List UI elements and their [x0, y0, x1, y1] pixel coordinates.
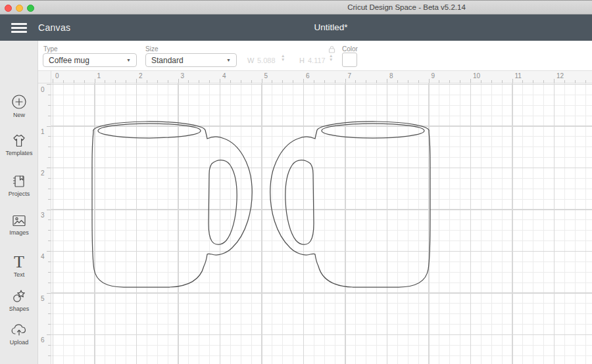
ruler-number: 4 [222, 72, 226, 80]
lock-aspect-ratio-icon[interactable] [328, 45, 336, 53]
letter-t-icon: T [0, 254, 38, 270]
size-dropdown[interactable]: Standard ▼ [145, 53, 237, 67]
color-swatch[interactable] [342, 53, 357, 67]
document-title[interactable]: Untitled* [314, 22, 347, 32]
ruler-number: 5 [264, 72, 268, 80]
height-label: H [299, 57, 305, 64]
star-shape-icon [11, 288, 28, 304]
zoom-window-button[interactable] [27, 5, 34, 12]
ruler-number: 9 [432, 72, 435, 80]
ruler-number: 3 [181, 72, 185, 80]
ruler-number: 8 [389, 72, 393, 80]
ruler-number: 1 [41, 128, 45, 135]
ruler-number: 6 [306, 72, 310, 80]
sidebar-item-templates[interactable]: Templates [0, 133, 38, 156]
app-header: Canvas Untitled* [0, 14, 592, 41]
canvas-nav-label[interactable]: Canvas [38, 22, 70, 33]
plus-circle-icon [11, 93, 28, 110]
ruler-number: 11 [515, 72, 522, 80]
edit-toolbar: Type Coffee mug ▼ Size Standard ▼ W 5.08… [38, 41, 592, 71]
ruler-number: 12 [556, 72, 564, 80]
sidebar-item-upload[interactable]: Upload [0, 322, 38, 346]
minimize-window-button[interactable] [16, 5, 23, 12]
window-title: Cricut Design Space - Beta v5.2.14 [347, 3, 466, 11]
macos-titlebar: Cricut Design Space - Beta v5.2.14 [0, 0, 592, 14]
sidebar-item-shapes[interactable]: Shapes [0, 288, 38, 312]
type-label: Type [43, 45, 58, 53]
sidebar-item-images[interactable]: Images [0, 214, 38, 236]
width-input[interactable]: 5.088 [257, 57, 276, 64]
height-stepper[interactable]: ▲▼ [329, 54, 333, 62]
chevron-down-icon: ▼ [226, 58, 231, 62]
width-stepper[interactable]: ▲▼ [281, 54, 285, 62]
ruler-corner [38, 71, 51, 83]
ruler-number: 2 [41, 170, 45, 177]
height-input[interactable]: 4.117 [308, 57, 326, 64]
canvas-viewport: 0123456789101112 0123456 [38, 71, 592, 364]
ruler-number: 4 [41, 253, 45, 260]
ruler-number: 2 [139, 72, 143, 80]
ruler-number: 5 [41, 295, 45, 302]
sidebar-item-new[interactable]: New [0, 93, 38, 118]
picture-icon [11, 214, 28, 228]
tshirt-icon [11, 133, 28, 148]
ruler-number: 6 [41, 336, 45, 344]
notebook-icon [11, 173, 28, 189]
mug-object-right[interactable] [270, 122, 430, 287]
ruler-number: 0 [55, 72, 59, 80]
ruler-number: 7 [348, 72, 352, 80]
vertical-ruler: 0123456 [38, 83, 51, 364]
horizontal-ruler: 0123456789101112 [51, 71, 592, 83]
close-window-button[interactable] [5, 5, 12, 12]
design-canvas[interactable] [51, 83, 592, 364]
width-label: W [247, 57, 254, 64]
size-dropdown-value: Standard [151, 56, 184, 65]
mug-object-left[interactable] [92, 122, 252, 287]
sidebar: New Templates Projects Images T Text S [0, 41, 38, 364]
ruler-number: 10 [473, 72, 480, 80]
size-label: Size [145, 45, 158, 53]
type-dropdown[interactable]: Coffee mug ▼ [43, 53, 137, 67]
ruler-number: 1 [97, 72, 101, 80]
ruler-number: 3 [41, 212, 45, 219]
sidebar-item-projects[interactable]: Projects [0, 173, 38, 197]
menu-button[interactable] [11, 23, 27, 33]
ruler-number: 0 [41, 86, 45, 93]
type-dropdown-value: Coffee mug [49, 56, 89, 65]
cloud-upload-icon [10, 322, 28, 338]
color-label: Color [342, 45, 358, 53]
chevron-down-icon: ▼ [126, 58, 131, 62]
sidebar-item-text[interactable]: T Text [0, 254, 38, 278]
